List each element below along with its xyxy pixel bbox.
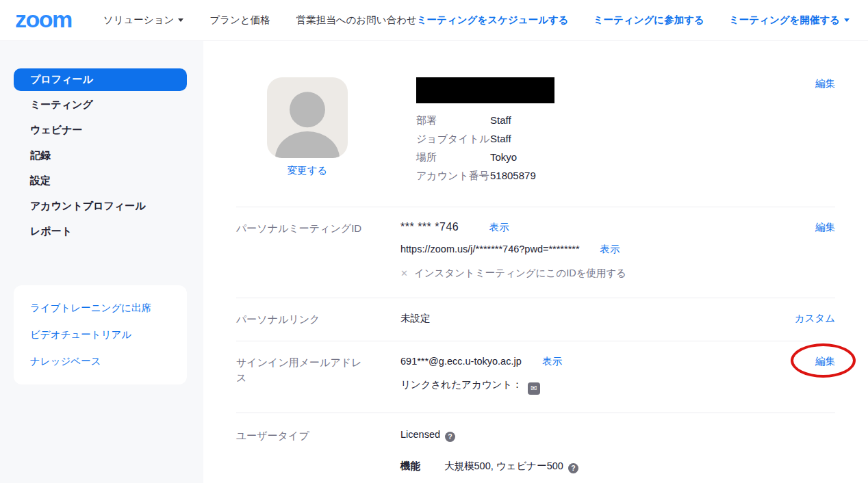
schedule-meeting-link[interactable]: ミーティングをスケジュールする [417, 14, 569, 27]
join-meeting-link[interactable]: ミーティングに参加する [593, 14, 704, 27]
field-value: Tokyo [490, 151, 517, 164]
pmi-label: パーソナルミーティングID [236, 221, 400, 280]
user-type-section: ユーザータイプ Licensed? 機能 大規模500, ウェビナー500? [236, 413, 835, 483]
user-type-values: Licensed? 機能 大規模500, ウェビナー500? [400, 428, 772, 473]
nav-plans-pricing-label: プランと価格 [209, 14, 270, 25]
field-label: 場所 [416, 151, 490, 164]
personal-link-actions: カスタム [772, 312, 835, 327]
redacted-name [416, 77, 554, 103]
linked-accounts-label: リンクされたアカウント： [400, 379, 522, 390]
sign-in-email-actions: 編集 [772, 355, 835, 395]
sidebar-item-profile[interactable]: プロフィール [14, 68, 187, 91]
edit-email-link[interactable]: 編集 [815, 356, 835, 367]
host-meeting-label: ミーティングを開催する [729, 14, 840, 25]
attend-live-training-link[interactable]: ライブトレーニングに出席 [14, 295, 187, 322]
chevron-down-icon [178, 18, 183, 22]
sign-in-email-values: 691***@g.ecc.u-tokyo.ac.jp 表示 リンクされたアカウン… [400, 355, 772, 395]
profile-field-department: 部署 Staff [416, 114, 772, 127]
knowledge-base-link[interactable]: ナレッジベース [14, 348, 187, 375]
chevron-down-icon [844, 18, 850, 22]
x-icon [400, 268, 408, 278]
nav-solutions[interactable]: ソリューション [103, 14, 184, 27]
person-icon [267, 77, 348, 158]
pmi-value: *** *** *746 [400, 221, 459, 233]
nav-contact-sales[interactable]: 営業担当へのお問い合わせ [296, 14, 417, 27]
join-meeting-label: ミーティングに参加する [593, 14, 704, 25]
user-type-value: Licensed [400, 429, 440, 440]
sidebar-item-recordings[interactable]: 記録 [14, 144, 187, 167]
show-pmi-url-link[interactable]: 表示 [600, 244, 620, 254]
edit-profile-link[interactable]: 編集 [815, 78, 835, 89]
profile-avatar[interactable] [267, 77, 348, 158]
pmi-url: https://zoom.us/j/*******746?pwd=*******… [400, 244, 580, 254]
field-value: Staff [490, 114, 511, 127]
mail-icon[interactable] [528, 382, 540, 395]
host-meeting-link[interactable]: ミーティングを開催する [729, 14, 850, 27]
help-icon[interactable]: ? [445, 432, 455, 442]
schedule-meeting-label: ミーティングをスケジュールする [417, 14, 569, 25]
profile-actions: 編集 [772, 77, 835, 187]
sidebar-item-meetings[interactable]: ミーティング [14, 94, 187, 116]
feature-label: 機能 [400, 460, 442, 473]
video-tutorials-link[interactable]: ビデオチュートリアル [14, 322, 187, 348]
profile-page: 変更する 部署 Staff ジョブタイトル Staff 場所 Tokyo アカウ… [203, 41, 868, 483]
sign-in-email-label: サインイン用メールアドレス [236, 355, 400, 395]
sidebar-item-settings[interactable]: 設定 [14, 170, 187, 192]
nav-solutions-label: ソリューション [103, 14, 175, 25]
field-value: Staff [490, 132, 511, 145]
field-label: 部署 [416, 114, 490, 127]
help-icon[interactable]: ? [568, 463, 578, 473]
field-label: ジョブタイトル [416, 132, 490, 145]
field-value: 51805879 [490, 169, 536, 182]
sign-in-email-section: サインイン用メールアドレス 691***@g.ecc.u-tokyo.ac.jp… [236, 341, 835, 413]
avatar-block: 変更する [257, 77, 358, 187]
profile-field-account-no: アカウント番号 51805879 [416, 169, 772, 182]
show-email-link[interactable]: 表示 [542, 356, 562, 367]
edit-pmi-link[interactable]: 編集 [815, 222, 835, 233]
sign-in-email-value: 691***@g.ecc.u-tokyo.ac.jp [400, 356, 522, 367]
header-nav: ソリューション プランと価格 営業担当へのお問い合わせ [103, 14, 417, 27]
change-avatar-link[interactable]: 変更する [288, 164, 328, 177]
profile-field-job-title: ジョブタイトル Staff [416, 132, 772, 145]
user-type-actions [772, 428, 835, 473]
pmi-values: *** *** *746 表示 https://zoom.us/j/******… [400, 221, 772, 280]
field-label: アカウント番号 [416, 169, 490, 182]
zoom-logo[interactable]: zoom [15, 8, 72, 31]
profile-details: 部署 Staff ジョブタイトル Staff 場所 Tokyo アカウント番号 … [416, 77, 772, 187]
sidebar-item-account-profile[interactable]: アカウントプロフィール [14, 195, 187, 218]
show-pmi-link[interactable]: 表示 [489, 222, 509, 233]
sidebar: プロフィール ミーティング ウェビナー 記録 設定 アカウントプロフィール レポ… [0, 41, 203, 483]
pmi-actions: 編集 [772, 221, 835, 280]
profile-section: 変更する 部署 Staff ジョブタイトル Staff 場所 Tokyo アカウ… [236, 41, 835, 207]
personal-link-value-col: 未設定 [400, 312, 772, 327]
pmi-section: パーソナルミーティングID *** *** *746 表示 https://zo… [236, 207, 835, 298]
user-type-label: ユーザータイプ [236, 428, 400, 473]
header-actions: ミーティングをスケジュールする ミーティングに参加する ミーティングを開催する [417, 9, 868, 32]
nav-plans-pricing[interactable]: プランと価格 [209, 14, 270, 27]
personal-link-value: 未設定 [400, 313, 431, 324]
sidebar-item-webinars[interactable]: ウェビナー [14, 119, 187, 142]
profile-field-location: 場所 Tokyo [416, 151, 772, 164]
personal-link-section: パーソナルリンク 未設定 カスタム [236, 298, 835, 341]
feature-value: 大規模500, ウェビナー500 [444, 460, 563, 471]
customize-personal-link[interactable]: カスタム [795, 313, 835, 324]
top-header: zoom ソリューション プランと価格 営業担当へのお問い合わせ ミーティングを… [0, 0, 868, 41]
nav-contact-sales-label: 営業担当へのお問い合わせ [296, 14, 417, 25]
sidebar-item-reports[interactable]: レポート [14, 220, 187, 243]
help-card: ライブトレーニングに出席 ビデオチュートリアル ナレッジベース [14, 285, 187, 384]
pmi-instant-option[interactable]: インスタントミーティングにこのIDを使用する [414, 267, 626, 278]
personal-link-label: パーソナルリンク [236, 312, 400, 327]
